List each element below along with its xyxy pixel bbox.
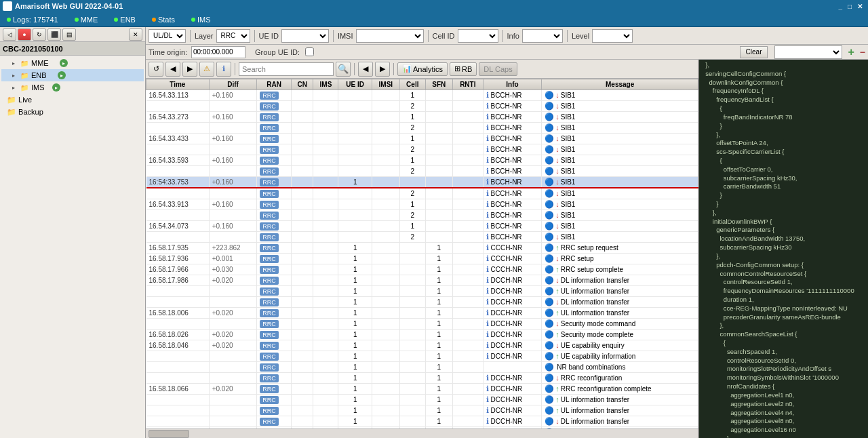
- remove-btn[interactable]: −: [860, 47, 865, 58]
- table-row[interactable]: 16.58.17.935 +223.862 RRC 1 1 ℹ CCCH-NR …: [146, 243, 698, 254]
- table-row[interactable]: 16.54.33.113 +0.160 RRC 1 ℹ BCCH-NR 🔵↓SI…: [146, 90, 698, 101]
- dl-caps-btn[interactable]: DL Caps: [479, 62, 517, 76]
- ueid-select[interactable]: [281, 29, 329, 43]
- menu-stats[interactable]: Stats: [148, 14, 179, 25]
- table-row[interactable]: RRC 1 1 ℹ DCCH-NR 🔵↓DL information trans…: [146, 297, 698, 308]
- cell-time: [146, 286, 210, 297]
- minimize-btn[interactable]: _: [835, 3, 845, 10]
- cell-ran: RRC: [257, 90, 292, 101]
- table-row[interactable]: RRC 1 1 ℹ DCCH-NR 🔵↑UE capability inform…: [146, 351, 698, 362]
- cell-ueid: [338, 144, 372, 155]
- table-row[interactable]: RRC 1 1 ℹ DCCH-NR 🔵↑UL information trans…: [146, 405, 698, 416]
- cell-info: ℹ BCCH-NR: [483, 155, 542, 166]
- table-row[interactable]: 16.58.18.026 +0.020 RRC 1 1 ℹ DCCH-NR 🔵↑…: [146, 330, 698, 340]
- mode-select[interactable]: UL/DL: [149, 29, 186, 43]
- cell-ims: [313, 199, 338, 210]
- add-btn[interactable]: +: [848, 46, 854, 58]
- table-row[interactable]: 16.54.33.913 +0.160 RRC 1 ℹ BCCH-NR 🔵↓SI…: [146, 199, 698, 210]
- table-row[interactable]: RRC 2 ℹ BCCH-NR 🔵↓SIB1: [146, 232, 698, 243]
- close-btn[interactable]: ✕: [854, 3, 865, 10]
- prev-result-btn[interactable]: ◀: [358, 62, 373, 77]
- back-btn[interactable]: ◀: [165, 62, 180, 77]
- sidebar-item-mme[interactable]: ▸ 📁 MME ▸: [1, 57, 144, 69]
- cell-info: ℹ DCCH-NR: [483, 351, 542, 362]
- table-row[interactable]: 16.58.17.936 +0.001 RRC 1 1 ℹ CCCH-NR 🔵↓…: [146, 254, 698, 264]
- table-row[interactable]: RRC 2 ℹ BCCH-NR 🔵↓SIB1: [146, 188, 698, 199]
- analytics-btn[interactable]: 📊 Analytics: [397, 62, 448, 76]
- table-row[interactable]: RRC 2 ℹ BCCH-NR 🔵↓SIB1: [146, 101, 698, 112]
- menu-ims[interactable]: IMS: [187, 14, 215, 25]
- cellid-select[interactable]: [458, 29, 498, 43]
- table-row[interactable]: 16.58.17.966 +0.030 RRC 1 1 ℹ CCCH-NR 🔵↑…: [146, 264, 698, 275]
- cell-ran: RRC: [257, 416, 292, 427]
- table-row[interactable]: RRC 1 1 ℹ DCCH-NR 🔵↓RRC reconfiguration: [146, 373, 698, 384]
- table-row[interactable]: RRC 1 1 ℹ DCCH-NR 🔵↓DL information trans…: [146, 416, 698, 427]
- layer-select[interactable]: RRC: [216, 29, 250, 43]
- menu-logs[interactable]: Logs: 175741: [3, 14, 62, 25]
- group-ueid-checkbox[interactable]: [305, 47, 314, 56]
- cell-ran: RRC: [257, 405, 292, 416]
- sidebar-btn-1[interactable]: ◁: [3, 28, 16, 41]
- table-row[interactable]: 16.54.34.073 +0.160 RRC 1 ℹ BCCH-NR 🔵↓SI…: [146, 221, 698, 232]
- forward-btn[interactable]: ▶: [182, 62, 197, 77]
- warning-btn[interactable]: ⚠: [199, 62, 214, 77]
- table-row[interactable]: 16.58.18.006 +0.020 RRC 1 1 ℹ DCCH-NR 🔵↑…: [146, 308, 698, 319]
- table-row[interactable]: RRC 1 1 ℹ DCCH-NR 🔵↑UL information trans…: [146, 395, 698, 405]
- table-row[interactable]: RRC 2 ℹ BCCH-NR 🔵↓SIB1: [146, 123, 698, 134]
- cell-imsi: [372, 254, 399, 264]
- cell-sfn: 1: [425, 330, 452, 340]
- sidebar-btn-5[interactable]: ▤: [62, 28, 76, 41]
- table-row[interactable]: 16.58.18.066 +0.020 RRC 1 1 ℹ DCCH-NR 🔵↑…: [146, 384, 698, 395]
- table-row[interactable]: 16.54.33.433 +0.160 RRC 1 ℹ BCCH-NR 🔵↓SI…: [146, 134, 698, 144]
- sidebar-btn-2[interactable]: ●: [18, 28, 31, 41]
- table-row[interactable]: RRC 2 ℹ BCCH-NR 🔵↓SIB1: [146, 166, 698, 177]
- extra-select[interactable]: [774, 45, 842, 59]
- table-row[interactable]: RRC 1 1 🔵NR band combinations: [146, 362, 698, 373]
- enb-label: ENB: [31, 71, 47, 79]
- cell-ran: RRC: [257, 362, 292, 373]
- table-row[interactable]: 16.58.18.046 +0.020 RRC 1 1 ℹ DCCH-NR 🔵↓…: [146, 340, 698, 351]
- next-result-btn[interactable]: ▶: [375, 62, 390, 77]
- search-input[interactable]: [239, 62, 334, 76]
- info-btn[interactable]: ℹ: [216, 62, 231, 77]
- info-select[interactable]: [522, 29, 563, 43]
- sidebar-btn-4[interactable]: ⬛: [47, 28, 61, 41]
- cell-time: [146, 188, 210, 199]
- cell-info: ℹ BCCH-NR: [483, 199, 542, 210]
- table-row[interactable]: 16.54.33.593 +0.160 RRC 1 ℹ BCCH-NR 🔵↓SI…: [146, 155, 698, 166]
- ims-icon: 📁: [20, 83, 29, 92]
- sidebar-item-ims[interactable]: ▸ 📁 IMS ▸: [1, 81, 144, 94]
- rb-btn[interactable]: ⊞ RB: [450, 62, 477, 76]
- cell-cn: [291, 199, 313, 210]
- imsi-select[interactable]: [356, 29, 424, 43]
- table-row[interactable]: 16.58.17.986 +0.020 RRC 1 1 ℹ DCCH-NR 🔵↓…: [146, 275, 698, 286]
- clear-btn[interactable]: Clear: [740, 46, 768, 58]
- cell-ueid: [338, 112, 372, 123]
- sidebar-item-backup[interactable]: 📁 Backup: [1, 106, 144, 118]
- sidebar-item-enb[interactable]: ▸ 📁 ENB ▸: [1, 69, 144, 81]
- cell-ims: [313, 123, 338, 134]
- refresh-btn[interactable]: ↺: [149, 62, 163, 77]
- table-row[interactable]: RRC 1 1 ℹ DCCH-NR 🔵↓Security mode comman…: [146, 319, 698, 330]
- table-row[interactable]: RRC 2 ℹ BCCH-NR 🔵↓SIB1: [146, 144, 698, 155]
- table-row[interactable]: 16:54:33.753 +0.160 RRC 1 ℹ BCCH-NR 🔵↓SI…: [146, 177, 698, 188]
- sidebar-item-live[interactable]: 📁 Live: [1, 94, 144, 106]
- sidebar-close-btn[interactable]: ✕: [129, 28, 142, 41]
- cell-cn: [291, 166, 313, 177]
- cell-info: ℹ BCCH-NR: [483, 166, 542, 177]
- level-select[interactable]: [592, 29, 633, 43]
- bottom-scrollbar[interactable]: [146, 429, 698, 438]
- cell-info: ℹ DCCH-NR: [483, 384, 542, 395]
- menu-mme[interactable]: MME: [71, 14, 102, 25]
- cell-ims: [313, 90, 338, 101]
- main-panel: UL/DL Layer RRC UE ID IMSI Cell ID In: [146, 27, 868, 438]
- maximize-btn[interactable]: □: [845, 3, 854, 10]
- table-row[interactable]: RRC 1 1 ℹ DCCH-NR 🔵↑UL information trans…: [146, 286, 698, 297]
- table-row[interactable]: 16.54.33.273 +0.160 RRC 1 ℹ BCCH-NR 🔵↓SI…: [146, 112, 698, 123]
- cell-imsi: [372, 286, 399, 297]
- sidebar-btn-3[interactable]: ↻: [33, 28, 46, 41]
- table-row[interactable]: RRC 2 ℹ BCCH-NR 🔵↓SIB1: [146, 210, 698, 221]
- menu-enb[interactable]: ENB: [110, 14, 140, 25]
- time-origin-input[interactable]: [191, 46, 245, 58]
- search-icon-btn[interactable]: 🔍: [336, 62, 351, 77]
